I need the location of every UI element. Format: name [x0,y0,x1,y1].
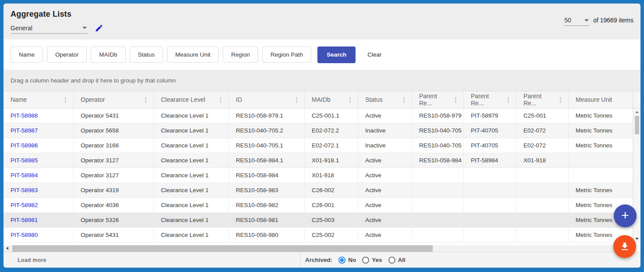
table-row[interactable]: PIT-58984Operator 3127Clearance Level 1R… [4,168,640,183]
clear-button[interactable]: Clear [365,51,384,58]
column-menu-icon[interactable]: ⋮ [60,97,71,103]
cell: Operator 5658 [74,123,154,138]
cell: PIT-58988 [4,108,74,123]
filter-button-region[interactable]: Region [223,47,258,63]
column-menu-icon[interactable]: ⋮ [292,97,302,103]
column-menu-icon[interactable]: ⋮ [555,97,566,103]
cell: Metric Tonnes [569,183,633,197]
column-header-label: MAIDb [312,96,331,103]
row-link[interactable]: PIT-58987 [11,127,38,134]
row-link[interactable]: PIT-58981 [11,217,38,223]
cell: X01-918 [305,168,358,183]
row-link[interactable]: PIT-58985 [11,157,38,164]
cell [516,213,569,227]
row-link[interactable]: PIT-58984 [11,172,38,179]
column-header-measure-unit-9[interactable]: Measure Unit [569,91,633,108]
cell [412,198,464,212]
column-menu-icon[interactable]: ⋮ [451,97,461,103]
scroll-left-icon[interactable] [6,247,8,250]
row-link[interactable]: PIT-58983 [11,187,38,193]
page-size-select[interactable]: 50 [564,17,590,26]
page-title: Aggregate Lists [11,10,103,19]
table-row[interactable]: PIT-58983Operator 4319Clearance Level 1R… [4,183,640,198]
row-link[interactable]: PIT-58988 [11,112,38,119]
cell: X01-918.1 [305,153,358,168]
table-row[interactable]: PIT-58980Operator 5431Clearance Level 1R… [4,228,640,243]
column-header-label: Operator [81,96,105,103]
column-header-id-3[interactable]: ID⋮ [229,91,305,108]
cell: X01-918 [516,153,569,168]
filter-button-operator[interactable]: Operator [47,47,87,63]
load-more-button[interactable]: Load more [18,257,46,263]
cell: Clearance Level 1 [154,108,229,123]
column-header-parent-re-8[interactable]: Parent Re...⋮ [516,91,569,108]
cell [412,213,464,227]
scroll-up-icon[interactable] [635,111,639,113]
filter-button-maidb[interactable]: MAIDb [91,47,125,63]
cell: Clearance Level 1 [154,228,229,242]
column-menu-icon[interactable]: ⋮ [399,97,409,103]
list-selector-row: General [11,22,103,34]
column-header-label: Parent Re... [471,93,503,107]
cell [464,228,516,242]
filter-button-status[interactable]: Status [130,47,163,63]
edit-icon[interactable] [95,24,103,32]
column-menu-icon[interactable]: ⋮ [216,97,226,103]
column-header-maidb-4[interactable]: MAIDb⋮ [305,91,358,108]
vertical-scrollbar-thumb[interactable] [635,116,639,134]
search-button[interactable]: Search [317,47,356,63]
row-link[interactable]: PIT-58980 [11,232,38,238]
cell: C25-003 [305,213,358,227]
filter-button-region-path[interactable]: Region Path [262,47,311,63]
cell: Metric Tonnes [569,108,633,123]
table-row[interactable]: PIT-58987Operator 5658Clearance Level 1R… [4,123,640,138]
cell: RES10-040-705 [412,123,464,138]
column-header-operator-1[interactable]: Operator⋮ [74,91,154,108]
column-header-name-0[interactable]: Name⋮ [4,91,74,108]
group-by-bar[interactable]: Drag a column header and drop it here to… [4,70,640,91]
cell: Active [358,153,412,168]
cell: RES10-058-979 [412,108,464,123]
table-row[interactable]: PIT-58988Operator 5431Clearance Level 1R… [4,108,640,123]
plus-icon: + [621,209,629,222]
table-row[interactable]: PIT-58986Operator 3166Clearance Level 1R… [4,138,640,153]
row-link[interactable]: PIT-58982 [11,202,38,208]
horizontal-scrollbar-thumb[interactable] [12,245,433,252]
column-menu-icon[interactable]: ⋮ [345,97,355,103]
filter-button-measure-unit[interactable]: Measure Unit [167,47,219,63]
column-header-status-5[interactable]: Status⋮ [358,91,412,108]
column-header-parent-re-7[interactable]: Parent Re...⋮ [464,91,516,108]
column-header-label: Parent Re... [523,93,555,107]
column-header-parent-re-6[interactable]: Parent Re...⋮ [412,91,464,108]
column-menu-icon[interactable]: ⋮ [503,97,513,103]
row-link[interactable]: PIT-58986 [11,142,38,149]
cell: RES10-058-980 [229,228,305,242]
cell: C25-001 [516,108,569,123]
archived-option-all[interactable]: All [388,257,406,264]
cell: Clearance Level 1 [154,138,229,153]
table-row[interactable]: PIT-58981Operator 5326Clearance Level 1R… [4,213,640,228]
add-button[interactable]: + [614,204,637,227]
cell: Active [358,183,412,197]
horizontal-scrollbar[interactable] [4,245,633,252]
column-menu-icon[interactable]: ⋮ [141,97,151,103]
list-select[interactable]: General [11,22,88,34]
footer-left: Load more [4,252,301,268]
cell: C26-002 [305,183,358,197]
cell: PIT-58982 [4,198,74,212]
cell [412,228,464,242]
cell: Clearance Level 1 [154,153,229,168]
table-row[interactable]: PIT-58982Operator 4036Clearance Level 1R… [4,198,640,213]
table-row[interactable]: PIT-58985Operator 3127Clearance Level 1R… [4,153,640,168]
cell: RES10-058-984.1 [229,153,305,168]
radio-icon [388,257,395,264]
column-header-clearance-level-2[interactable]: Clearance Level⋮ [154,91,229,108]
cell [569,153,633,168]
scroll-down-icon[interactable] [635,238,639,240]
archived-option-yes[interactable]: Yes [362,257,382,264]
filter-button-name[interactable]: Name [11,47,43,63]
archived-option-no[interactable]: No [338,257,356,264]
download-button[interactable] [613,235,636,258]
cell: Clearance Level 1 [154,123,229,138]
filter-toolbar: NameOperatorMAIDbStatusMeasure UnitRegio… [4,39,640,70]
